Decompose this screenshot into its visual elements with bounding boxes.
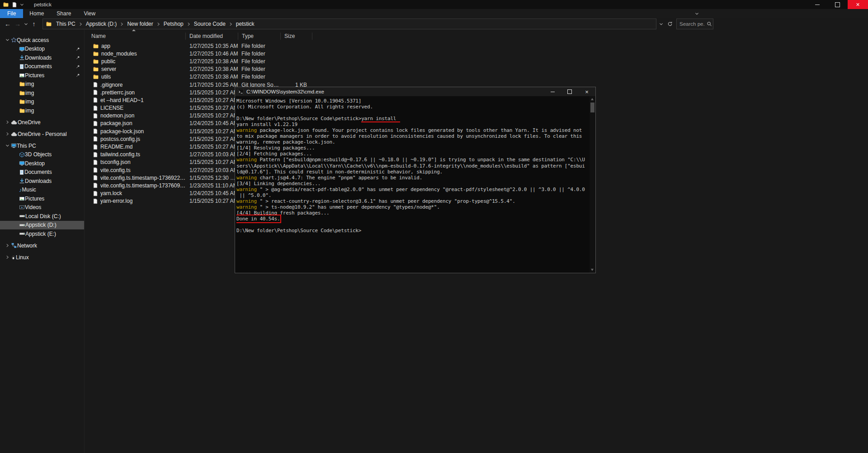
sidebar-item-img[interactable]: img — [0, 98, 84, 107]
cmd-minimize-button[interactable] — [544, 87, 561, 96]
column-header-date-modified[interactable]: Date modified — [186, 33, 238, 40]
sidebar-item-img[interactable]: img — [0, 106, 84, 115]
file-row-node-modules[interactable]: node_modules1/27/2025 10:46 AMFile folde… — [85, 50, 868, 57]
scroll-up-icon[interactable] — [591, 98, 594, 100]
sidebar-item-desktop[interactable]: Desktop — [0, 159, 84, 168]
location-folder-icon — [46, 21, 52, 27]
breadcrumb-item-source-code[interactable]: Source Code — [191, 21, 229, 27]
column-header-size[interactable]: Size — [281, 33, 312, 40]
sidebar-item-label: img — [25, 98, 34, 105]
sidebar-item-label: Music — [22, 187, 36, 193]
scroll-down-icon[interactable] — [591, 269, 594, 271]
breadcrumb-item-petshop[interactable]: Petshop — [160, 21, 187, 27]
column-header-name[interactable]: Name — [85, 33, 186, 40]
annotated-command-red-underline: yarn install — [361, 116, 400, 122]
minimize-button[interactable] — [807, 0, 827, 9]
file-date-modified: 1/15/2025 10:27 AM — [186, 97, 238, 103]
sidebar-item-3d-objects[interactable]: 3D Objects — [0, 150, 84, 159]
sidebar-item-appstick-d[interactable]: Appstick (D:) — [0, 221, 84, 230]
expand-ribbon-button[interactable] — [693, 10, 700, 17]
sidebar-item-label: This PC — [17, 143, 36, 149]
up-button[interactable]: ↑ — [29, 19, 39, 29]
window-controls: × — [807, 0, 868, 9]
sidebar-item-documents[interactable]: Documents — [0, 168, 84, 177]
sidebar-item-network[interactable]: Network — [0, 241, 84, 250]
maximize-icon — [567, 89, 572, 94]
sidebar-item-label: Videos — [25, 204, 41, 210]
breadcrumb-chevron-icon[interactable] — [229, 22, 233, 26]
file-date-modified: 1/15/2025 10:27 AM — [186, 128, 238, 135]
breadcrumb-item-appstick-d[interactable]: Appstick (D:) — [83, 21, 120, 27]
sidebar-item-videos[interactable]: Videos — [0, 203, 84, 212]
address-bar[interactable]: This PCAppstick (D:)New folderPetshopSou… — [42, 19, 656, 29]
sidebar-item-onedrive-personal[interactable]: OneDrive - Personal — [0, 130, 84, 139]
breadcrumb-item-petstick[interactable]: petstick — [233, 21, 258, 27]
column-label: Size — [284, 33, 295, 39]
penguin-icon — [11, 254, 16, 260]
sidebar-item-desktop[interactable]: Desktop — [0, 45, 84, 54]
cmd-maximize-button[interactable] — [561, 87, 578, 96]
sidebar-item-local-disk-c[interactable]: Local Disk (C:) — [0, 212, 84, 221]
sidebar-item-pictures[interactable]: Pictures — [0, 194, 84, 203]
cmd-body[interactable]: Microsoft Windows [Version 10.0.19045.53… — [235, 96, 595, 273]
file-row-public[interactable]: public1/27/2025 10:38 AMFile folder — [85, 57, 868, 65]
chevron-right-icon[interactable] — [6, 255, 9, 259]
chevron-down-icon[interactable] — [5, 38, 9, 42]
file-name: postcss.config.js — [100, 136, 140, 142]
search-input[interactable] — [677, 21, 706, 27]
column-header-type[interactable]: Type — [238, 33, 281, 40]
breadcrumb-chevron-icon[interactable] — [79, 22, 83, 26]
breadcrumb-item-new-folder[interactable]: New folder — [124, 21, 156, 27]
refresh-button[interactable] — [666, 20, 674, 28]
column-label: Type — [242, 33, 254, 39]
qat-properties-icon[interactable] — [12, 2, 17, 8]
tab-home[interactable]: Home — [23, 9, 50, 18]
close-button[interactable]: × — [848, 0, 868, 9]
sidebar-item-onedrive[interactable]: OneDrive — [0, 118, 84, 127]
sidebar-item-quick-access[interactable]: Quick access — [0, 36, 84, 45]
sidebar-item-pictures[interactable]: Pictures — [0, 71, 84, 80]
sidebar-item-downloads[interactable]: Downloads — [0, 177, 84, 186]
chevron-right-icon[interactable] — [6, 120, 9, 124]
sidebar-item-img[interactable]: img — [0, 89, 84, 98]
sidebar-item-linux[interactable]: Linux — [0, 253, 84, 262]
breadcrumb-chevron-icon[interactable] — [156, 22, 160, 26]
explorer-titlebar: petstick × — [0, 0, 868, 9]
breadcrumb-item-this-pc[interactable]: This PC — [53, 21, 79, 27]
chevron-right-icon[interactable] — [6, 132, 9, 136]
terminal-line — [236, 110, 589, 116]
chevron-right-icon[interactable] — [6, 243, 9, 248]
forward-button[interactable]: → — [13, 19, 23, 29]
cmd-titlebar[interactable]: C:\WINDOWS\system32\cmd.exe × — [235, 87, 595, 96]
sidebar-item-label: Appstick (E:) — [25, 231, 56, 237]
maximize-button[interactable] — [827, 0, 848, 9]
back-button[interactable]: ← — [3, 19, 13, 29]
cloud-icon — [11, 132, 18, 136]
sidebar-item-music[interactable]: ♪Music — [0, 186, 84, 195]
tab-view[interactable]: View — [77, 9, 102, 18]
search-icon[interactable] — [706, 21, 713, 27]
scrollbar-thumb[interactable] — [590, 103, 594, 112]
sidebar-item-img[interactable]: img — [0, 80, 84, 89]
file-row-utils[interactable]: utils1/27/2025 10:38 AMFile folder — [85, 73, 868, 81]
sidebar-item-this-pc[interactable]: This PC — [0, 141, 84, 150]
file-row-server[interactable]: server1/27/2025 10:38 AMFile folder — [85, 65, 868, 73]
qat-customize-chevron-icon[interactable] — [20, 3, 24, 6]
file-date-modified: 1/24/2025 10:45 AM — [186, 120, 238, 126]
file-icon — [93, 167, 98, 173]
address-dropdown-icon[interactable] — [657, 20, 665, 28]
sidebar-item-documents[interactable]: Documents — [0, 62, 84, 71]
sidebar-item-downloads[interactable]: Downloads — [0, 53, 84, 62]
file-row-app[interactable]: app1/27/2025 10:35 AMFile folder — [85, 42, 868, 50]
chevron-down-icon[interactable] — [5, 144, 9, 147]
cmd-close-button[interactable]: × — [578, 87, 595, 96]
tab-share[interactable]: Share — [50, 9, 77, 18]
breadcrumb-chevron-icon[interactable] — [120, 22, 124, 26]
recent-locations-chevron-icon[interactable] — [23, 19, 29, 29]
sidebar-item-appstick-e[interactable]: Appstick (E:) — [0, 229, 84, 238]
tab-file[interactable]: File — [0, 9, 23, 18]
breadcrumb-chevron-icon[interactable] — [187, 22, 191, 26]
terminal-line: warning package-lock.json found. Your pr… — [236, 127, 589, 133]
cmd-scrollbar[interactable] — [590, 96, 595, 273]
monitor-icon — [19, 160, 25, 166]
